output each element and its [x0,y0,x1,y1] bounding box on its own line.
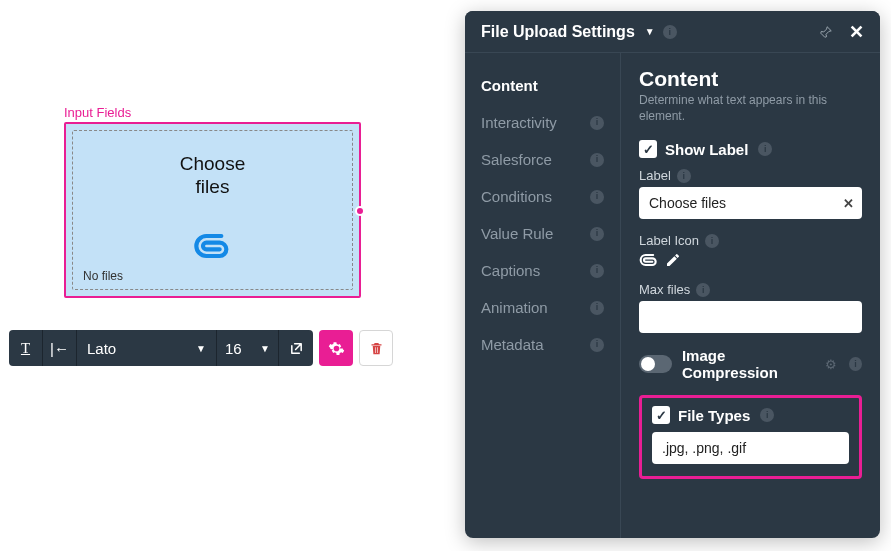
text-tool-button[interactable]: T [9,330,43,366]
nav-item-interactivity[interactable]: Interactivityi [465,104,620,141]
panel-content: Content Determine what text appears in t… [621,53,880,538]
open-external-button[interactable] [279,330,313,366]
info-icon[interactable]: i [696,283,710,297]
nav-item-content[interactable]: Content [465,67,620,104]
label-field-label: Label i [639,168,862,183]
content-subheading: Determine what text appears in this elem… [639,93,862,124]
nav-item-salesforce[interactable]: Salesforcei [465,141,620,178]
panel-nav: ContentInteractivityiSalesforceiConditio… [465,53,621,538]
info-icon[interactable]: i [760,408,774,422]
paperclip-icon[interactable] [639,252,659,268]
nav-item-label: Content [481,77,538,94]
info-icon: i [590,190,604,204]
font-size-value: 16 [225,340,242,357]
font-select[interactable]: Lato ▼ [77,330,217,366]
image-compression-toggle[interactable] [639,355,672,373]
nav-item-label: Animation [481,299,548,316]
nav-item-captions[interactable]: Captionsi [465,252,620,289]
close-button[interactable]: ✕ [844,20,868,44]
chevron-down-icon: ▼ [645,26,655,37]
section-label: Input Fields [64,105,131,120]
file-upload-element[interactable]: Choose files No files [64,122,361,298]
info-icon: i [590,227,604,241]
close-icon: ✕ [849,21,864,43]
external-link-icon [289,341,304,356]
panel-header: File Upload Settings ▼ i ✕ [465,11,880,53]
info-icon[interactable]: i [705,234,719,248]
nav-item-label: Captions [481,262,540,279]
info-icon[interactable]: i [663,25,677,39]
pin-icon [819,25,833,39]
chevron-down-icon: ▼ [196,343,206,354]
pin-button[interactable] [814,20,838,44]
text-icon: T [21,340,30,357]
clear-icon[interactable]: ✕ [843,196,854,211]
gear-icon [328,340,345,357]
max-files-input[interactable] [639,301,862,333]
nav-item-conditions[interactable]: Conditionsi [465,178,620,215]
max-files-label: Max files i [639,282,862,297]
content-heading: Content [639,67,862,91]
label-input[interactable] [639,187,862,219]
image-compression-row: Image Compression ⚙ i [639,347,862,381]
gear-icon[interactable]: ⚙ [825,357,837,372]
resize-handle[interactable] [355,206,365,216]
font-name: Lato [87,340,116,357]
image-compression-label: Image Compression [682,347,813,381]
file-types-label: File Types [678,407,750,424]
info-icon[interactable]: i [758,142,772,156]
info-icon: i [590,153,604,167]
file-types-input[interactable] [652,432,849,464]
info-icon: i [590,301,604,315]
nav-item-value-rule[interactable]: Value Rulei [465,215,620,252]
settings-panel: File Upload Settings ▼ i ✕ ContentIntera… [465,11,880,538]
font-size-select[interactable]: 16 ▼ [217,330,279,366]
edit-icon[interactable] [665,252,681,268]
file-types-checkbox[interactable] [652,406,670,424]
show-label-checkbox[interactable] [639,140,657,158]
label-icon-label: Label Icon i [639,233,862,248]
settings-button[interactable] [319,330,353,366]
nav-item-label: Salesforce [481,151,552,168]
info-icon[interactable]: i [849,357,862,371]
delete-button[interactable] [359,330,393,366]
upload-dropzone[interactable]: Choose files No files [72,130,353,290]
trash-icon [369,341,384,356]
chevron-down-icon: ▼ [260,343,270,354]
paperclip-icon [193,231,233,261]
info-icon: i [590,264,604,278]
align-left-icon: |← [50,340,69,357]
show-label-text: Show Label [665,141,748,158]
upload-label: Choose files [73,153,352,199]
nav-item-label: Value Rule [481,225,553,242]
no-files-text: No files [83,269,123,283]
info-icon[interactable]: i [677,169,691,183]
align-left-button[interactable]: |← [43,330,77,366]
nav-item-metadata[interactable]: Metadatai [465,326,620,363]
nav-item-label: Interactivity [481,114,557,131]
file-types-section: File Types i [639,395,862,479]
panel-title-text: File Upload Settings [481,23,635,41]
info-icon: i [590,338,604,352]
nav-item-animation[interactable]: Animationi [465,289,620,326]
nav-item-label: Conditions [481,188,552,205]
editor-toolbar: T |← Lato ▼ 16 ▼ [9,330,393,366]
show-label-row: Show Label i [639,140,862,158]
nav-item-label: Metadata [481,336,544,353]
info-icon: i [590,116,604,130]
panel-title[interactable]: File Upload Settings ▼ i [481,23,677,41]
